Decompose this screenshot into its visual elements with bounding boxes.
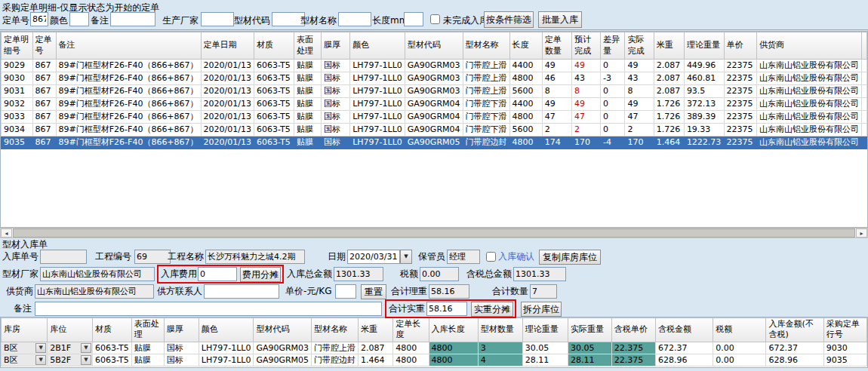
project-name-label: 工程名称 <box>168 250 204 263</box>
column-header[interactable]: 税额 <box>713 318 766 342</box>
table-cell: 国标 <box>322 60 350 72</box>
factory-label: 型材厂家 <box>2 268 38 281</box>
column-header[interactable]: 备注 <box>56 32 201 60</box>
table-cell: 6063-T5 <box>254 72 294 85</box>
keeper-input[interactable] <box>447 250 480 264</box>
column-header[interactable]: 定单数量 <box>542 32 571 60</box>
tax-input[interactable] <box>420 267 459 281</box>
column-header[interactable]: 库房 <box>2 318 48 342</box>
combo-dropdown-button[interactable]: ▼ <box>35 355 46 365</box>
table-row[interactable]: 903586789#门框型材F26-F40（866+867）2020/01/13… <box>2 136 867 149</box>
column-header[interactable]: 型材数量 <box>478 318 522 342</box>
column-header[interactable]: 表面处理 <box>294 32 322 60</box>
length-filter-input[interactable] <box>404 12 423 26</box>
column-header[interactable]: 定单明细号 <box>2 32 33 60</box>
supplier-input[interactable] <box>35 284 154 299</box>
column-header[interactable]: 定单日期 <box>201 32 254 60</box>
table-cell: 49 <box>542 98 571 111</box>
remark-input[interactable] <box>35 302 382 316</box>
column-header[interactable]: 库位 <box>48 318 93 342</box>
total-qty-input[interactable] <box>530 284 557 299</box>
supplier-contact-input[interactable] <box>204 284 279 299</box>
column-header[interactable]: 定单长度 <box>393 318 429 342</box>
table-row[interactable]: 903186789#门框型材F26-F40（866+867）2020/01/13… <box>2 85 867 98</box>
factory-input[interactable] <box>40 267 155 281</box>
date-dropdown-button[interactable]: ▼ <box>400 250 412 264</box>
unit-price-input[interactable] <box>335 284 356 299</box>
order-no-filter-label: 定单号 <box>2 14 29 27</box>
remark-filter-input[interactable] <box>110 12 155 26</box>
inbound-confirm-checkbox[interactable] <box>486 252 496 262</box>
column-header[interactable]: 型材名称 <box>312 318 359 342</box>
column-header[interactable]: 定单号 <box>32 32 56 60</box>
total-theory-weight-input[interactable] <box>429 284 469 299</box>
storage-fee-input[interactable] <box>198 267 237 281</box>
tax-total-input[interactable] <box>513 267 566 281</box>
total-amount-input[interactable] <box>334 267 383 281</box>
column-header[interactable]: 理论重量 <box>522 318 568 342</box>
reset-button[interactable]: 重置 <box>361 284 386 299</box>
column-header[interactable]: 供货商 <box>756 32 861 60</box>
order-no-filter-input[interactable] <box>30 12 48 26</box>
column-header[interactable]: 含税金额 <box>656 318 713 342</box>
column-header[interactable]: 型材代码 <box>254 318 312 342</box>
column-header[interactable]: 实际完成 <box>625 32 654 60</box>
combo-dropdown-button[interactable]: ▼ <box>35 343 46 353</box>
scroll-left-button[interactable]: ◂ <box>1 228 12 238</box>
table-row[interactable]: 903086789#门框型材F26-F40（866+867）2020/01/13… <box>2 72 867 85</box>
column-header[interactable]: 米重 <box>654 32 684 60</box>
manufacturer-filter-input[interactable] <box>201 12 234 26</box>
table-row[interactable]: 903286789#门框型材F26-F40（866+867）2020/01/13… <box>2 98 867 111</box>
color-filter-input[interactable] <box>69 12 89 26</box>
table-row[interactable]: 903386789#门框型材F26-F40（866+867）2020/01/13… <box>2 111 867 124</box>
column-header[interactable]: 差异量 <box>601 32 625 60</box>
column-header[interactable]: 预计完成 <box>572 32 601 60</box>
purchase-order-table-area: 定单明细号定单号备注定单日期材质表面处理膜厚颜色型材代码型材名称长度定单数量预计… <box>0 31 868 228</box>
table-cell: 1222.73 <box>684 136 724 149</box>
weight-share-button[interactable]: 实重分摊 <box>471 302 513 317</box>
inbound-confirm-label: 入库确认 <box>498 250 534 263</box>
table-row[interactable]: B区▼5B2F▼6063-T5贴膜国标LH797-1LL0GA90GRM05门带… <box>2 354 867 366</box>
column-header[interactable]: 入库金额(不含税) <box>766 318 823 342</box>
column-header[interactable]: 入库长度 <box>429 318 478 342</box>
column-header[interactable]: 采购定单行号 <box>823 318 866 342</box>
column-header[interactable]: 膜厚 <box>322 32 350 60</box>
table-cell: 9030 <box>2 72 33 85</box>
scroll-right-button[interactable]: ▸ <box>856 228 867 238</box>
column-header[interactable]: 型材名称 <box>463 32 509 60</box>
fee-share-button[interactable]: 费用分摊 <box>240 267 281 282</box>
column-header[interactable]: 颜色 <box>199 318 254 342</box>
column-header[interactable]: 含税单价 <box>611 318 655 342</box>
split-location-button[interactable]: 拆分库位 <box>521 302 562 317</box>
table-row[interactable]: B区▼2B1F▼6063-T5贴膜国标LH797-1LL0GA90GRM03门带… <box>2 342 867 354</box>
column-header[interactable]: 表面处理 <box>131 318 164 342</box>
project-name-input[interactable] <box>205 250 305 264</box>
combo-dropdown-button[interactable]: ▼ <box>81 355 91 365</box>
unfinished-checkbox[interactable] <box>430 14 440 24</box>
column-header[interactable]: 材质 <box>92 318 131 342</box>
copy-location-button[interactable]: 复制库房库位 <box>539 250 601 265</box>
date-input[interactable] <box>347 250 400 264</box>
column-header[interactable]: 长度 <box>509 32 542 60</box>
filter-by-condition-button[interactable]: 按条件筛选 <box>484 11 534 28</box>
total-actual-weight-input[interactable] <box>426 302 467 316</box>
profile-name-filter-input[interactable] <box>338 12 371 26</box>
table-cell: 93.5 <box>684 85 724 98</box>
table-cell: 4800 <box>509 111 542 124</box>
column-header[interactable]: 膜厚 <box>164 318 199 342</box>
horizontal-scrollbar[interactable]: ◂ ▸ <box>0 228 868 238</box>
scrollbar-thumb[interactable] <box>13 228 855 238</box>
column-header[interactable]: 颜色 <box>350 32 405 60</box>
batch-inbound-button[interactable]: 批量入库 <box>538 11 582 28</box>
column-header[interactable]: 实际重量 <box>568 318 612 342</box>
column-header[interactable]: 型材代码 <box>405 32 463 60</box>
column-header[interactable]: 米重 <box>359 318 393 342</box>
project-no-input[interactable] <box>134 250 171 264</box>
column-header[interactable]: 单价 <box>724 32 756 60</box>
column-header[interactable]: 材质 <box>254 32 294 60</box>
table-row[interactable]: 903486789#门框型材F26-F40（866+867）2020/01/13… <box>2 124 867 136</box>
column-header[interactable]: 理论重量 <box>684 32 724 60</box>
receipt-no-input[interactable] <box>40 250 87 264</box>
combo-dropdown-button[interactable]: ▼ <box>81 343 91 353</box>
table-row[interactable]: 902986789#门框型材F26-F40（866+867）2020/01/13… <box>2 60 867 72</box>
